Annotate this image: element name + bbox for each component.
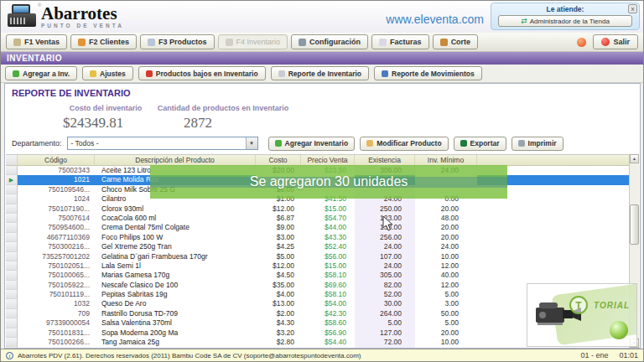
table-row[interactable]: 1036Tlayudas$1.00$86.0054.0020.00 [6,347,629,348]
column-header-inv-m-nimo[interactable]: Inv. Mínimo [415,155,477,165]
cell-price: $86.00 [301,347,355,348]
cell-exist: 72.00 [355,338,415,347]
cell-cost: $2.00 [256,309,301,318]
column-header-c-digo[interactable]: Código [18,155,95,165]
toolbar-button-label: Agregar a Inv. [23,70,70,78]
info-icon[interactable] [577,38,586,47]
cell-desc: Lala Semi 1l [95,261,256,271]
table-row[interactable]: 750300216...Gel Xtreme 250g Tran$4.25$52… [6,242,629,251]
row-gutter [6,233,18,242]
row-gutter [6,290,18,299]
cell-desc: Foco Philips 100 W [95,233,256,242]
cell-code: 1032 [18,299,95,308]
table-row[interactable]: 750954600...Crema Dental 75ml Colgate$9.… [6,223,629,232]
department-select[interactable]: - Todos - ▼ [67,137,258,150]
website-link[interactable]: www.eleventa.com [386,13,484,26]
action-button-exportar[interactable]: Exportar [454,137,506,151]
table-row[interactable]: 750102051...Lala Semi 1l$12.00$15.0024.0… [6,261,629,271]
cell-min: 24.00 [415,242,477,251]
excel-icon [460,140,467,147]
sales-icon [13,39,21,46]
column-header-descripci-n-del-producto[interactable]: Descripción del Producto [95,155,256,165]
table-row[interactable]: 735257001202Gelatina D´gari Frambuesa 17… [6,252,629,261]
tab-f4-inventario[interactable]: F4 Inventario [218,34,288,49]
table-row[interactable]: 46677110369Foco Philips 100 W$3.00$43.30… [6,233,629,242]
action-button-label: Exportar [470,139,500,147]
cell-price: $44.00 [301,223,355,232]
tab-label: Configuración [309,38,361,46]
toolbar-button-reporte-de-inventario[interactable]: Reporte de Inventario [271,66,369,80]
exit-label: Salir [613,38,630,46]
section-bar: INVENTARIO [1,52,643,65]
column-header-precio-venta[interactable]: Precio Venta [301,155,355,165]
cell-filler [477,261,629,271]
low-stock-icon [146,70,153,77]
cell-min: 3.00 [415,299,477,308]
exit-button[interactable]: Salir [593,34,638,49]
cell-filler [477,252,629,261]
row-gutter [6,252,18,261]
cell-code: 46677110369 [18,233,95,242]
section-title: INVENTARIO [1,54,62,63]
action-button-imprimir[interactable]: Imprimir [512,137,564,151]
cell-exist: 127.00 [355,328,415,338]
row-gutter [6,281,18,290]
status-bar: i Abarrotes PDV (2.61). Derechos reserva… [1,349,643,361]
cell-cost: $1.00 [256,347,301,348]
report-icon [278,70,285,77]
row-gutter [6,214,18,223]
close-icon[interactable]: x [628,4,637,13]
scrollbar-thumb[interactable] [630,204,639,245]
row-gutter [6,223,18,232]
table-row[interactable]: 750100065...Marias Gamesa 170g$4.50$58.1… [6,271,629,280]
products-icon [148,39,155,46]
cell-cost: $3.00 [256,233,301,242]
toolbar-button-productos-bajos-en-inventario[interactable]: Productos bajos en Inventario [138,66,266,80]
attendant-panel: x Le atiende: ⇄ Administrador de la Tien… [491,3,640,30]
cell-code: 75007614 [18,214,95,223]
column-header-costo[interactable]: Costo [256,155,301,165]
cell-price: $58.10 [301,290,355,299]
cell-filler [477,204,629,214]
cell-price: $15.00 [301,261,355,271]
cell-price: $43.30 [301,233,355,242]
tab-corte[interactable]: Corte [433,34,479,49]
tab-label: Corte [451,38,471,46]
toast-message: Se agregaron 30 unidades [250,174,408,189]
clients-icon [78,39,86,46]
cell-min: 10.00 [415,252,477,261]
tab-configuraci-n[interactable]: Configuración [291,34,368,49]
cell-desc: Crema Dental 75ml Colgate [95,223,256,232]
attendant-user-button[interactable]: ⇄ Administrador de la Tienda [498,15,632,27]
cell-code: 750954600... [18,223,95,232]
action-button-modificar-producto[interactable]: Modificar Producto [360,137,448,151]
tab-label: F4 Inventario [236,38,281,46]
scroll-up-icon[interactable]: ▲ [630,154,639,163]
toolbar-button-reporte-de-movimientos[interactable]: Reporte de Movimientos [374,66,482,80]
cell-min: 20.00 [415,328,477,338]
cell-cost: $2.80 [256,338,301,347]
column-header-existencia[interactable]: Existencia [355,155,415,165]
row-gutter [6,347,18,348]
inventory-toolbar: Agregar a Inv.AjustesProductos bajos en … [1,65,643,83]
cell-price: $58.60 [301,318,355,328]
tab-label: Facturas [390,38,422,46]
cash-register-icon [8,4,36,27]
attendant-user-label: Administrador de la Tienda [530,18,610,25]
tab-facturas[interactable]: Facturas [371,34,429,49]
add-icon [13,70,19,77]
cell-code: 750105922... [18,281,95,290]
tab-f1-ventas[interactable]: F1 Ventas [6,34,67,49]
table-row[interactable]: 750107190...Clorox 930ml$12.00$15.00250.… [6,204,629,214]
tab-f2-clientes[interactable]: F2 Clientes [70,34,137,49]
cell-desc: Gel Xtreme 250g Tran [95,242,256,251]
action-button-agregar-inventario[interactable]: Agregar Inventario [268,137,356,151]
table-row[interactable]: 75007614CocaCola 600 ml$6.87$54.70123.00… [6,214,629,223]
cell-desc: Rastrillo Dorusa TD-709 [95,309,256,318]
quantity-label: Cantidad de productos en Inventario [143,104,303,112]
row-pointer-icon: ▶ [6,175,18,184]
green-sphere-graphic [610,321,628,339]
toolbar-button-agregar-a-inv-[interactable]: Agregar a Inv. [5,66,77,80]
toolbar-button-ajustes[interactable]: Ajustes [82,66,133,80]
tab-f3-productos[interactable]: F3 Productos [140,34,215,49]
